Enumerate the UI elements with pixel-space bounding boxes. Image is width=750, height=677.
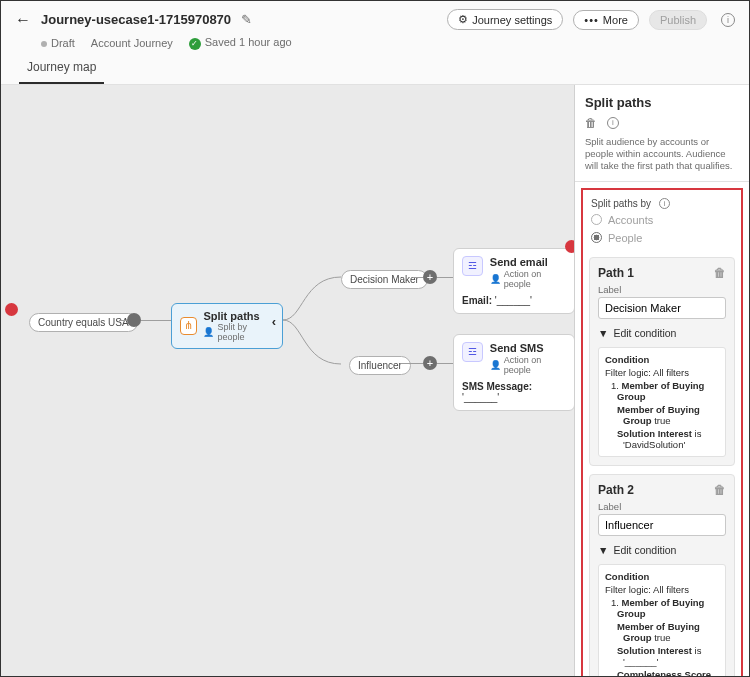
journey-type: Account Journey [91, 37, 173, 49]
alert-icon [565, 240, 574, 253]
edit-condition-path1[interactable]: ▼ Edit condition [598, 327, 726, 339]
delete-path2-icon[interactable]: 🗑 [714, 483, 726, 497]
edit-condition-path2[interactable]: ▼ Edit condition [598, 544, 726, 556]
path1-title: Path 1 [598, 266, 634, 280]
filter-icon: ▼ [598, 327, 608, 339]
radio-accounts: Accounts [591, 211, 733, 229]
alert-icon [5, 303, 18, 316]
journey-canvas[interactable]: Country equals USA ⋔ Split paths 👤Split … [1, 85, 574, 677]
status-badge: Draft [41, 37, 75, 49]
checklist-icon: ☲ [462, 342, 483, 362]
saved-status: ✓Saved 1 hour ago [189, 36, 292, 50]
sidebar-title: Split paths [585, 95, 739, 110]
publish-button: Publish [649, 10, 707, 30]
condition-box-path2: Condition Filter logic: All filters 1. M… [598, 564, 726, 676]
delete-path1-icon[interactable]: 🗑 [714, 266, 726, 280]
info-icon[interactable]: i [607, 117, 619, 129]
chevron-left-icon: ‹ [272, 314, 276, 329]
entry-node[interactable]: Country equals USA [29, 313, 138, 332]
action-send-sms[interactable]: ☲ Send SMS 👤Action on people SMS Message… [453, 334, 574, 411]
help-icon[interactable]: i [721, 13, 735, 27]
radio-people: People [591, 229, 733, 247]
filter-icon: ▼ [598, 544, 608, 556]
condition-box-path1: Condition Filter logic: All filters 1. M… [598, 347, 726, 457]
gears-icon: ⚙ [458, 13, 468, 26]
info-icon[interactable]: i [659, 198, 670, 209]
edit-title-icon[interactable]: ✎ [241, 12, 252, 27]
path2-label-input[interactable] [598, 514, 726, 536]
delete-node-icon[interactable]: 🗑 [585, 116, 597, 130]
path-card-2: Path 2 🗑 Label ▼ Edit condition Conditio… [589, 474, 735, 676]
more-dots-icon: ••• [584, 14, 599, 26]
branch-label-influencer[interactable]: Influencer [349, 356, 411, 375]
split-config-highlight: Split paths by i Accounts People Path 1 … [581, 188, 743, 676]
sidebar-help: Split audience by accounts or people wit… [585, 136, 739, 173]
add-before-action1[interactable]: + [423, 270, 437, 284]
checklist-icon: ☲ [462, 256, 483, 276]
back-arrow-icon[interactable]: ← [15, 11, 31, 29]
sidebar: Split paths 🗑 i Split audience by accoun… [574, 85, 749, 677]
path-card-1: Path 1 🗑 Label ▼ Edit condition Conditio… [589, 257, 735, 466]
more-button[interactable]: ••• More [573, 10, 639, 30]
tab-journey-map[interactable]: Journey map [19, 54, 104, 84]
path2-title: Path 2 [598, 483, 634, 497]
branch-label-decision-maker[interactable]: Decision Maker [341, 270, 428, 289]
action-send-email[interactable]: ☲ Send email 👤Action on people Email: '_… [453, 248, 574, 314]
path1-label-input[interactable] [598, 297, 726, 319]
split-paths-node[interactable]: ⋔ Split paths 👤Split by people ‹ [171, 303, 283, 349]
add-before-action2[interactable]: + [423, 356, 437, 370]
header: ← Journey-usecase1-1715970870 ✎ ⚙ Journe… [1, 1, 749, 85]
journey-settings-button[interactable]: ⚙ Journey settings [447, 9, 563, 30]
branch-icon: ⋔ [180, 317, 197, 335]
split-by-label: Split paths by i [591, 198, 733, 209]
person-icon: 👤 [203, 327, 214, 337]
junction-icon [127, 313, 141, 327]
page-title: Journey-usecase1-1715970870 [41, 12, 231, 27]
